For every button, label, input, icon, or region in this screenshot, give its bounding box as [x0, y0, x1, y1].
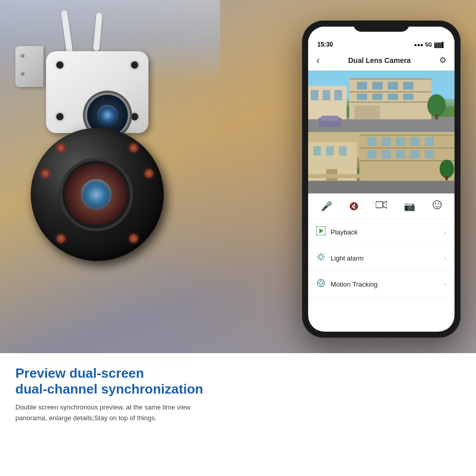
svg-rect-51 [376, 202, 383, 208]
settings-button[interactable]: ⚙ [439, 55, 446, 65]
svg-rect-19 [322, 90, 330, 100]
camera-illustration [15, 15, 220, 343]
phone-notch [353, 20, 409, 32]
svg-rect-38 [367, 150, 376, 159]
mute-icon[interactable]: 🔇 [349, 202, 359, 211]
ir-led-4 [131, 113, 138, 120]
led-5 [41, 169, 50, 178]
svg-rect-46 [339, 146, 347, 156]
motion-tracking-icon [316, 278, 326, 290]
svg-rect-8 [357, 82, 367, 90]
svg-rect-30 [359, 135, 455, 136]
svg-point-68 [319, 282, 322, 285]
top-section: 15:30 ●●● 5G ▓▓▌ ‹ Dual Lens Camera ⚙ [0, 0, 476, 353]
playback-chevron: › [444, 228, 446, 236]
lens-top-inner [97, 105, 118, 125]
svg-rect-6 [349, 91, 431, 93]
camera-feed-top [308, 71, 455, 132]
svg-rect-36 [410, 137, 420, 146]
svg-rect-14 [388, 94, 398, 100]
app-header: ‹ Dual Lens Camera ⚙ [308, 50, 455, 71]
headline-line2: dual-channel synchronization [15, 381, 461, 397]
subtext: Double screen synchronous preview, at th… [15, 402, 210, 424]
back-button[interactable]: ‹ [316, 54, 320, 66]
menu-item-light-alarm[interactable]: Light alarm › [310, 245, 452, 271]
record-icon[interactable] [376, 200, 387, 212]
svg-rect-24 [321, 116, 339, 121]
antenna-left [61, 10, 73, 57]
svg-rect-48 [308, 174, 359, 178]
svg-rect-42 [425, 150, 434, 159]
status-right: ●●● 5G ▓▓▌ [414, 42, 445, 48]
feed-bottom-background [308, 132, 455, 193]
svg-rect-37 [425, 137, 434, 146]
svg-line-65 [323, 254, 324, 255]
svg-rect-9 [372, 82, 382, 90]
playback-label: Playback [331, 228, 358, 236]
signal-icon: ●●● [414, 42, 423, 48]
camera-feed-bottom [308, 132, 455, 193]
svg-rect-10 [388, 82, 398, 90]
light-alarm-label: Light alarm [331, 254, 363, 262]
playback-left: Playback [316, 226, 358, 237]
svg-rect-34 [382, 137, 391, 146]
svg-rect-22 [435, 114, 438, 119]
svg-rect-20 [334, 90, 342, 100]
svg-point-21 [427, 94, 446, 117]
svg-rect-32 [359, 160, 455, 161]
svg-rect-41 [410, 150, 420, 159]
face-icon[interactable] [432, 200, 442, 212]
svg-rect-33 [367, 137, 376, 146]
svg-rect-16 [354, 105, 380, 119]
svg-rect-12 [357, 94, 367, 100]
svg-rect-50 [445, 176, 448, 180]
battery-icon: ▓▓▌ [434, 42, 445, 48]
svg-marker-57 [319, 228, 323, 233]
svg-rect-35 [396, 137, 405, 146]
camera-head-unit [46, 51, 148, 133]
svg-rect-39 [382, 150, 391, 159]
menu-item-motion-tracking[interactable]: Motion Tracking › [310, 271, 452, 297]
phone-outer-frame: 15:30 ●●● 5G ▓▓▌ ‹ Dual Lens Camera ⚙ [302, 20, 461, 338]
phone-screen: 15:30 ●●● 5G ▓▓▌ ‹ Dual Lens Camera ⚙ [308, 27, 455, 332]
menu-list: Playback › Light alarm [308, 219, 455, 297]
svg-point-53 [433, 201, 441, 209]
led-4 [129, 234, 138, 243]
svg-rect-11 [403, 82, 414, 90]
svg-line-66 [318, 259, 319, 260]
snapshot-icon[interactable]: 📷 [404, 201, 415, 212]
light-alarm-left: Light alarm [316, 252, 363, 264]
lens-main-inner [81, 179, 112, 210]
svg-rect-40 [396, 150, 405, 159]
svg-rect-45 [326, 146, 334, 156]
controls-bar: 🎤 🔇 📷 [308, 193, 455, 219]
svg-rect-13 [372, 94, 382, 100]
ir-led-1 [56, 61, 63, 69]
phone-mockup: 15:30 ●●● 5G ▓▓▌ ‹ Dual Lens Camera ⚙ [302, 20, 461, 338]
feed-top-svg [308, 71, 455, 132]
svg-marker-52 [383, 201, 387, 208]
svg-rect-44 [313, 146, 321, 156]
svg-point-54 [435, 203, 436, 204]
motion-tracking-label: Motion Tracking [331, 280, 378, 288]
screw-bottom [20, 72, 25, 76]
antenna-right [93, 13, 102, 52]
playback-icon [316, 226, 326, 237]
camera-body-dome [31, 128, 164, 261]
menu-item-playback[interactable]: Playback › [310, 219, 452, 245]
led-1 [56, 143, 66, 153]
microphone-icon[interactable]: 🎤 [321, 201, 332, 212]
svg-rect-7 [349, 101, 431, 103]
svg-line-64 [323, 259, 324, 260]
svg-rect-31 [359, 147, 455, 148]
led-2 [129, 143, 138, 153]
led-6 [144, 169, 154, 178]
light-alarm-chevron: › [444, 254, 446, 262]
svg-rect-15 [403, 94, 414, 100]
led-3 [56, 234, 66, 243]
ir-led-2 [131, 61, 138, 69]
feed-top-background [308, 71, 455, 132]
network-type: 5G [425, 42, 432, 48]
svg-point-58 [319, 255, 323, 259]
light-alarm-icon [316, 252, 326, 264]
